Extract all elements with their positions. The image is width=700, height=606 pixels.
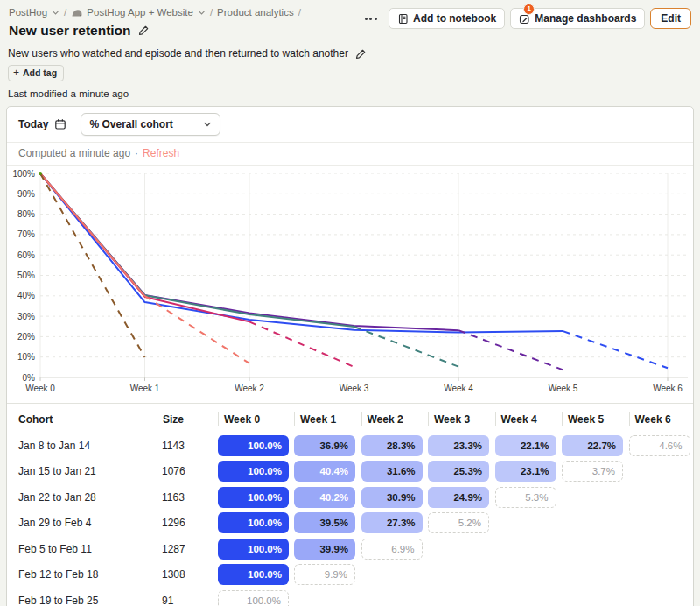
computed-status-text: Computed a minute ago <box>18 147 130 159</box>
retention-cell[interactable]: 100.0% <box>218 512 289 533</box>
retention-cell[interactable]: 22.7% <box>562 435 623 456</box>
retention-cell[interactable]: 28.3% <box>361 435 423 456</box>
posthog-hedgehog-icon <box>71 8 82 18</box>
add-tag-label: Add tag <box>23 67 57 78</box>
cohort-size: 1076 <box>157 465 218 477</box>
x-axis-label: Week 6 <box>653 384 682 393</box>
retention-cell[interactable]: 100.0% <box>218 590 289 606</box>
retention-cell[interactable]: 100.0% <box>218 539 289 560</box>
column-header: Week 5 <box>562 412 629 426</box>
column-header: Cohort <box>7 412 157 426</box>
notification-badge: 1 <box>523 4 535 15</box>
chart-line-dashed <box>145 296 250 363</box>
retention-cell[interactable]: 27.3% <box>361 512 423 533</box>
x-axis-label: Week 5 <box>549 384 578 393</box>
chart-canvas[interactable]: Week 0Week 1Week 2Week 3Week 4Week 5Week… <box>7 166 693 399</box>
column-header: Week 3 <box>428 412 495 426</box>
table-row: Jan 29 to Feb 41296100.0%39.5%27.3%5.2% <box>7 511 693 537</box>
y-axis-label: 80% <box>18 209 35 219</box>
retention-mode-select[interactable]: % Overall cohort <box>80 113 220 136</box>
retention-table: CohortSizeWeek 0Week 1Week 2Week 3Week 4… <box>7 403 693 606</box>
retention-cell[interactable]: 40.4% <box>294 461 355 482</box>
cohort-size: 1308 <box>157 568 218 581</box>
date-filter[interactable]: Today <box>18 118 66 130</box>
retention-cell[interactable]: 24.9% <box>428 487 489 508</box>
retention-cell[interactable]: 9.9% <box>294 564 355 585</box>
retention-cell[interactable]: 39.9% <box>294 539 355 560</box>
page-header: PostHog / PostHog App + Website / Produc… <box>0 0 700 39</box>
y-axis-label: 70% <box>18 229 35 239</box>
notebook-icon <box>397 13 409 25</box>
retention-cell[interactable]: 23.3% <box>428 435 489 456</box>
add-tag-button[interactable]: + Add tag <box>8 65 64 81</box>
y-axis-label: 100% <box>12 169 35 179</box>
cohort-label: Feb 19 to Feb 25 <box>7 595 157 606</box>
edit-title-pencil-icon[interactable] <box>138 25 150 36</box>
retention-cell[interactable]: 25.3% <box>428 461 489 482</box>
breadcrumb-org[interactable]: PostHog <box>9 7 47 18</box>
retention-mode-value: % Overall cohort <box>89 118 172 130</box>
breadcrumb: PostHog / PostHog App + Website / Produc… <box>9 6 301 18</box>
cohort-size: 91 <box>157 595 218 606</box>
retention-cell[interactable]: 5.2% <box>428 512 489 533</box>
status-separator: · <box>135 147 138 159</box>
retention-cell[interactable]: 22.1% <box>495 435 556 456</box>
column-header: Week 6 <box>629 412 696 426</box>
page-title: New user retention <box>9 22 131 39</box>
x-axis-label: Week 0 <box>25 384 55 393</box>
retention-cell[interactable]: 100.0% <box>218 461 289 482</box>
retention-line-chart[interactable]: Week 0Week 1Week 2Week 3Week 4Week 5Week… <box>7 166 693 403</box>
insight-meta: New users who watched and episode and th… <box>0 39 700 99</box>
x-axis-label: Week 1 <box>130 384 160 393</box>
chart-line-dashed <box>40 173 145 357</box>
retention-cell[interactable]: 6.9% <box>361 539 423 560</box>
breadcrumb-product-analytics[interactable]: Product analytics <box>217 7 294 18</box>
x-axis-label: Week 2 <box>234 384 264 393</box>
add-to-notebook-button[interactable]: Add to notebook <box>388 8 505 29</box>
retention-cell[interactable]: 40.2% <box>294 487 355 508</box>
cohort-size: 1143 <box>157 440 218 452</box>
column-header: Size <box>157 412 218 426</box>
manage-dashboards-button[interactable]: 1 Manage dashboards <box>510 8 645 29</box>
retention-cell[interactable]: 100.0% <box>218 487 289 508</box>
refresh-link[interactable]: Refresh <box>143 147 179 159</box>
cohort-label: Feb 12 to Feb 18 <box>7 568 157 581</box>
retention-cell[interactable]: 100.0% <box>218 435 289 456</box>
retention-cell[interactable]: 36.9% <box>294 435 355 456</box>
edit-button[interactable]: Edit <box>650 8 691 29</box>
retention-cell[interactable]: 4.6% <box>629 435 690 456</box>
column-header: Week 1 <box>294 412 361 426</box>
breadcrumb-project[interactable]: PostHog App + Website <box>87 7 193 18</box>
x-axis-label: Week 3 <box>340 384 369 393</box>
retention-cell[interactable]: 23.1% <box>495 461 556 482</box>
plus-icon: + <box>13 68 19 77</box>
table-body: Jan 8 to Jan 141143100.0%36.9%28.3%23.3%… <box>7 433 693 606</box>
y-axis-label: 20% <box>18 332 35 342</box>
breadcrumb-separator: / <box>210 7 213 18</box>
cohort-size: 1296 <box>157 517 218 529</box>
y-axis-label: 30% <box>18 312 35 321</box>
y-axis-label: 60% <box>18 250 35 260</box>
date-filter-label: Today <box>18 118 48 130</box>
table-row: Feb 5 to Feb 111287100.0%39.9%6.9% <box>7 536 693 562</box>
last-modified-text: Last modified a minute ago <box>8 88 691 99</box>
retention-cell[interactable]: 30.9% <box>361 487 423 508</box>
header-left: PostHog / PostHog App + Website / Produc… <box>9 6 301 39</box>
retention-cell[interactable]: 100.0% <box>218 564 289 585</box>
chevron-down-icon <box>52 9 60 17</box>
chart-line-dashed <box>564 331 668 368</box>
cohort-label: Jan 22 to Jan 28 <box>7 491 157 504</box>
cohort-size: 1163 <box>157 491 218 504</box>
retention-cell[interactable]: 39.5% <box>294 512 355 533</box>
table-row: Jan 15 to Jan 211076100.0%40.4%31.6%25.3… <box>7 459 693 485</box>
filter-row: Today % Overall cohort <box>7 107 693 143</box>
column-header: Week 0 <box>218 412 294 426</box>
calendar-icon <box>54 118 66 130</box>
more-options-button[interactable] <box>359 8 383 29</box>
retention-cell[interactable]: 31.6% <box>361 461 423 482</box>
edit-description-pencil-icon[interactable] <box>355 48 367 60</box>
retention-cell[interactable]: 5.3% <box>495 487 556 508</box>
retention-cell[interactable]: 3.7% <box>562 461 623 482</box>
y-axis-label: 10% <box>18 352 35 362</box>
y-axis-label: 90% <box>18 189 35 199</box>
